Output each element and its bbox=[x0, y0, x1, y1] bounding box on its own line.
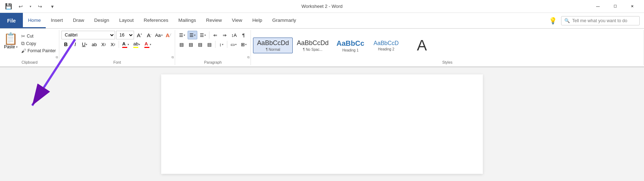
decrease-indent-button[interactable]: ⇐ bbox=[211, 31, 219, 39]
justify-button[interactable]: ▤ bbox=[205, 40, 214, 49]
format-painter-button[interactable]: 🖌 Format Painter bbox=[20, 48, 57, 54]
underline-button[interactable]: U ▾ bbox=[80, 40, 89, 49]
styles-group-label: Styles bbox=[253, 60, 641, 65]
grow-font-icon: A+ bbox=[137, 32, 142, 38]
redo-button[interactable]: ↪ bbox=[35, 1, 45, 11]
strikethrough-button[interactable]: ab bbox=[90, 40, 98, 49]
paragraph-expander[interactable]: ⧉ bbox=[247, 55, 249, 59]
clear-formatting-button[interactable]: A ╱ bbox=[164, 31, 173, 39]
paragraph-group: ☰ ▾ ☰ ▾ ☰ ▾ ⇐ ⇒ bbox=[175, 30, 251, 65]
show-marks-icon: ¶ bbox=[242, 33, 245, 38]
style-preview-biga: A bbox=[417, 38, 427, 53]
tab-references[interactable]: References bbox=[139, 13, 173, 28]
tab-file[interactable]: File bbox=[0, 13, 23, 28]
shrink-font-icon: A- bbox=[147, 32, 152, 38]
style-item-nospace[interactable]: AaBbCcDd ¶ No Spac... bbox=[293, 38, 332, 54]
bold-button[interactable]: B bbox=[61, 40, 70, 49]
style-item-biga[interactable]: A bbox=[404, 36, 440, 55]
borders-icon: ⊞ bbox=[241, 42, 245, 47]
font-color2-button[interactable]: A ▾ bbox=[143, 40, 153, 49]
eraser-decoration: ╱ bbox=[169, 34, 171, 37]
font-size-select[interactable]: 16 bbox=[116, 31, 134, 39]
save-button[interactable]: 💾 bbox=[4, 1, 14, 11]
para-sep3 bbox=[227, 41, 227, 48]
numbering-button[interactable]: ☰ ▾ bbox=[188, 31, 197, 39]
style-item-heading2[interactable]: AaBbCcD Heading 2 bbox=[368, 38, 404, 53]
para-sep2 bbox=[215, 41, 216, 48]
increase-indent-button[interactable]: ⇒ bbox=[220, 31, 229, 39]
copy-label: Copy bbox=[26, 41, 36, 46]
show-marks-button[interactable]: ¶ bbox=[239, 31, 248, 39]
style-item-normal[interactable]: AaBbCcDd ¶ Normal bbox=[253, 38, 293, 54]
highlight-icon: ab bbox=[133, 41, 138, 48]
shrink-font-button[interactable]: A- bbox=[145, 31, 153, 39]
justify-icon: ▤ bbox=[207, 42, 212, 47]
highlight-dropdown: ▾ bbox=[139, 43, 140, 46]
style-label-heading1: Heading 1 bbox=[342, 48, 359, 52]
cut-button[interactable]: ✂ Cut bbox=[20, 33, 57, 39]
paste-button[interactable]: 📋 Paste ▾ bbox=[2, 32, 19, 50]
change-case-icon: Aa bbox=[155, 33, 161, 38]
document-area[interactable] bbox=[0, 67, 644, 181]
undo-dropdown-button[interactable]: ▾ bbox=[28, 1, 33, 11]
grow-font-button[interactable]: A+ bbox=[135, 31, 144, 39]
search-icon: 🔍 bbox=[564, 18, 570, 23]
tab-draw[interactable]: Draw bbox=[68, 13, 89, 28]
shading-icon: ▭ bbox=[231, 42, 235, 47]
copy-icon: ⧉ bbox=[21, 40, 25, 47]
align-left-icon: ▤ bbox=[179, 42, 184, 47]
style-label-heading2: Heading 2 bbox=[378, 47, 395, 51]
tab-insert[interactable]: Insert bbox=[46, 13, 68, 28]
document-page[interactable] bbox=[161, 74, 483, 174]
format-painter-icon: 🖌 bbox=[21, 48, 26, 54]
superscript-button[interactable]: X2 bbox=[109, 40, 117, 49]
font-color2-icon: A bbox=[144, 41, 149, 48]
sort-icon: ↕A bbox=[231, 33, 237, 38]
text-color-dropdown: ▾ bbox=[128, 43, 129, 46]
paste-icon: 📋 bbox=[4, 33, 18, 44]
shading-button[interactable]: ▭ ▾ bbox=[229, 40, 238, 49]
italic-button[interactable]: I bbox=[71, 40, 79, 49]
format-painter-label: Format Painter bbox=[28, 48, 56, 53]
font-group: Calibri 16 A+ A- Aa ▾ bbox=[59, 30, 175, 65]
multilevel-icon: ☰ bbox=[200, 33, 204, 38]
cut-label: Cut bbox=[27, 34, 34, 39]
undo-button[interactable]: ↩ bbox=[16, 1, 26, 11]
clipboard-expander[interactable]: ⧉ bbox=[56, 55, 58, 59]
style-item-heading1[interactable]: AaBbCc Heading 1 bbox=[332, 37, 368, 54]
highlight-button[interactable]: ab ▾ bbox=[132, 40, 142, 49]
tab-help[interactable]: Help bbox=[247, 13, 267, 28]
font-family-select[interactable]: Calibri bbox=[61, 31, 115, 39]
clipboard-group-label: Clipboard bbox=[2, 60, 57, 65]
change-case-button[interactable]: Aa ▾ bbox=[154, 31, 163, 39]
bullets-icon: ☰ bbox=[179, 33, 183, 38]
tab-mailings[interactable]: Mailings bbox=[173, 13, 201, 28]
line-spacing-button[interactable]: ↕ ▾ bbox=[217, 40, 226, 49]
copy-button[interactable]: ⧉ Copy bbox=[20, 40, 57, 47]
align-left-button[interactable]: ▤ bbox=[177, 40, 186, 49]
tab-home[interactable]: Home bbox=[23, 13, 46, 28]
tab-layout[interactable]: Layout bbox=[114, 13, 139, 28]
minimize-button[interactable]: — bbox=[590, 0, 606, 13]
tab-review[interactable]: Review bbox=[201, 13, 227, 28]
subscript-button[interactable]: X2 bbox=[99, 40, 108, 49]
maximize-button[interactable]: ☐ bbox=[607, 0, 623, 13]
borders-button[interactable]: ⊞ ▾ bbox=[239, 40, 248, 49]
tell-me-input[interactable]: 🔍 Tell me what you want to do bbox=[561, 16, 640, 25]
multilevel-button[interactable]: ☰ ▾ bbox=[198, 31, 208, 39]
underline-icon: U bbox=[82, 41, 85, 47]
numbering-icon: ☰ bbox=[189, 33, 194, 38]
customize-qat-button[interactable]: ▾ bbox=[47, 1, 57, 11]
tab-design[interactable]: Design bbox=[89, 13, 114, 28]
clipboard-group: 📋 Paste ▾ ✂ Cut ⧉ Copy bbox=[0, 30, 59, 65]
font-expander[interactable]: ⧉ bbox=[172, 55, 174, 59]
align-center-button[interactable]: ▤ bbox=[187, 40, 195, 49]
text-color-button[interactable]: A ▾ bbox=[120, 40, 131, 49]
sort-button[interactable]: ↕A bbox=[229, 31, 238, 39]
align-right-button[interactable]: ▤ bbox=[196, 40, 204, 49]
close-button[interactable]: ✕ bbox=[624, 0, 640, 13]
bullets-button[interactable]: ☰ ▾ bbox=[177, 31, 187, 39]
tab-view[interactable]: View bbox=[227, 13, 247, 28]
tab-grammarly[interactable]: Grammarly bbox=[267, 13, 301, 28]
tell-me-placeholder: Tell me what you want to do bbox=[572, 18, 627, 23]
